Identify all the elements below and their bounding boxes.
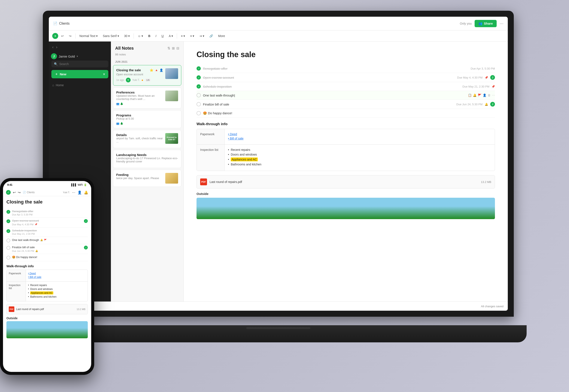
list-button[interactable]: ≡ ▾ [179,33,187,39]
phone-pdf[interactable]: PDF Last round of repairs.pdf 13.2 MB [6,304,88,314]
note-card-1[interactable]: Closing the sale ⭐ 🔺 👤 Open escrow accou… [113,65,181,85]
copy-icon[interactable]: 📋 [468,94,472,97]
user-avatar: J [51,53,57,59]
phone-task-4-content: One last walk-through 🔔 🚩 [12,238,88,242]
task-1-check[interactable]: ✓ [197,66,201,70]
status-saved: All changes saved [481,305,503,308]
back-arrow[interactable]: ‹ [52,45,54,49]
add-button[interactable]: + [52,33,58,39]
phone-more-icon[interactable]: ⋯ [72,190,75,195]
phone-task-4-text[interactable]: One last walk-through 🔔 🚩 [12,238,88,242]
phone-task-2-check[interactable]: ✓ [6,219,10,223]
size-dropdown[interactable]: 30 ▾ [122,33,132,39]
inspection-text-1: Recent repairs [231,148,250,152]
task-3: ✓ Schedule inspection Due May 21, 2:30 P… [197,82,495,91]
phone-item-4: Bathrooms and kitchen [30,295,57,298]
note-title: Closing the sale [197,50,495,59]
search-bar[interactable]: 🔍 [51,61,108,67]
phone-task-6: 🤩 Do happy dance! [6,254,88,261]
bill-of-sale-link[interactable]: • Bill of sale [228,137,491,140]
user-circle-icon[interactable]: 👤 [483,94,486,97]
task-2-check[interactable]: ✓ [197,75,201,80]
note-card-5[interactable]: Landscaping Needs Landscaping-to-do 17 P… [113,150,181,168]
flag-red-icon[interactable]: 🚩 [478,94,482,97]
phone-bell-icon[interactable]: 🔔 [84,190,88,195]
sidebar-item-home[interactable]: ⌂ Home [49,82,111,89]
share-icon: 👥 [478,22,483,26]
phone-task-6-check[interactable] [6,256,10,260]
note-card-6[interactable]: Feeding twice per day. Space apart. Plea… [113,170,181,187]
task-3-check[interactable]: ✓ [197,84,201,89]
note-editor: Closing the sale ✓ Renegotiate offer Due… [184,42,508,301]
undo-button[interactable]: ↩ [59,33,66,39]
note-card-2-subtitle: Updated kitchen. Must have an countertop… [116,94,163,100]
app-container: 📄 Clients Only you 👥 Share ⋯ + [49,17,508,311]
sort-icon[interactable]: ⇅ [167,46,170,50]
pdf-attachment[interactable]: PDF Last round of repairs.pdf 13.2 MB [197,175,495,189]
phone-bill-link[interactable]: • Bill of sale [28,276,85,279]
phone-redo-icon[interactable]: ↪ [18,190,21,195]
trash-icon[interactable]: 🗑 [488,94,491,97]
filter-icon[interactable]: ⊞ [172,46,175,50]
task-6-check[interactable] [197,111,201,115]
phone-task-1-check[interactable]: ✓ [6,210,10,214]
phone-status-bar: 9:41 ▌▌▌ WiFi 🔋 [3,181,91,189]
color-button[interactable]: A ▾ [167,33,175,39]
underline-button[interactable]: U [159,33,166,39]
phone-task-4-check[interactable] [6,238,10,242]
task-3-text: Schedule inspection [203,85,460,88]
phone-bullet-4: • [28,295,29,298]
note-list-header: All Notes ⇅ ⊞ ⊟ [111,42,184,53]
more-format-button[interactable]: More [216,33,227,39]
redo-button[interactable]: ↪ [67,33,74,39]
gate-text: Proceed toGate E7 [167,136,177,140]
new-button[interactable]: ＋ New ▾ [51,70,108,78]
font-dropdown[interactable]: Sans Serif ▾ [101,33,121,39]
task-6: 🤩 Do happy dance! [197,109,495,118]
task-4-icons: 📋 🔔 🚩 👤 🗑 ⋯ [468,94,495,97]
italic-button[interactable]: I [154,33,159,39]
note-card-3[interactable]: Programs Pickup at 5:30 👥 🌲 [113,110,181,128]
text-style-dropdown[interactable]: Normal Text ▾ [77,33,100,39]
phone-item-1: Recent repairs [30,284,47,287]
note-card-3-title: Programs [116,113,178,117]
note-card-4[interactable]: Details airport by 7am. soft, check traf… [113,130,181,148]
phone-breadcrumb-text: Clients [27,191,35,194]
pdf-icon: PDF [200,179,207,185]
phone-task-5-check[interactable] [6,246,10,250]
forward-arrow[interactable]: › [56,45,57,49]
emoji-button[interactable]: ☺ ▾ [136,33,145,39]
link-button[interactable]: 🔗 [207,33,215,39]
phone-task-3-check[interactable]: ✓ [6,229,10,233]
divider-2 [134,33,134,39]
phone-undo-icon[interactable]: ↩ [13,190,16,195]
bold-button[interactable]: B [146,33,152,39]
note-list: All Notes ⇅ ⊞ ⊟ 86 notes JUN 2021 [111,42,184,301]
note-card-6-image [165,173,178,183]
user-pill[interactable]: J Jamie Gold ▾ [49,52,111,61]
deed-link[interactable]: • Deed [228,132,491,136]
note-card-2[interactable]: Preferences Updated kitchen. Must have a… [113,87,181,109]
grid-icon[interactable]: ⊟ [176,46,179,50]
wt-row-inspection: Inspection list • Recent repairs • Doors… [197,145,495,171]
breadcrumb-icon: 📄 [53,21,57,26]
share-button[interactable]: 👥 Share [475,20,497,27]
task-4-text[interactable]: One last walk-through [203,94,466,97]
ellipsis-icon[interactable]: ⋯ [492,94,495,97]
more-icon[interactable]: ⋯ [500,21,503,26]
task-5-check[interactable] [197,102,201,106]
note-card-1-title: Closing the sale [116,68,148,72]
plus-icon: ＋ [55,72,58,76]
bell-icon[interactable]: 🔔 [473,94,477,97]
note-list-title: All Notes [115,46,134,51]
phone-deed-link[interactable]: • Deed [28,272,85,275]
wt-content-paperwork: • Deed • Bill of sale [225,129,495,144]
phone-outside-title: Outside [6,316,88,320]
inspection-item-4: • Bathrooms and kitchen [228,163,491,166]
list2-button[interactable]: ≡ ▾ [188,33,196,39]
search-input[interactable] [59,62,106,66]
outside-image [197,198,495,219]
task-4-check[interactable] [197,93,201,97]
phone-person-icon[interactable]: 👤 [77,190,82,195]
indent-button[interactable]: ⇥ ▾ [197,33,206,39]
